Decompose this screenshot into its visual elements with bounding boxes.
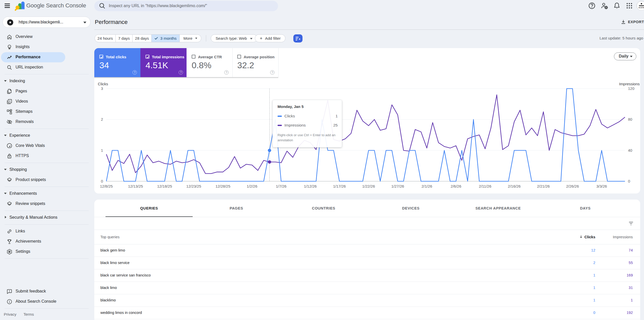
sidebar-divider (5, 211, 89, 211)
sidebar-item-videos[interactable]: Videos (1, 96, 65, 107)
sidebar-item-performance[interactable]: Performance (1, 52, 65, 62)
sidebar-item-url-inspection[interactable]: URL inspection (1, 62, 65, 73)
date-range-7-days[interactable]: 7 days (116, 35, 133, 42)
tooltip-row-label: Impressions (284, 123, 306, 128)
sidebar-item-label: Pages (16, 89, 27, 93)
checkbox-checked[interactable] (99, 55, 103, 59)
date-range-3-months[interactable]: 3 months (152, 35, 180, 42)
chevron-down-icon (250, 38, 253, 39)
footer-link-privacy[interactable]: Privacy (4, 312, 16, 316)
tooltip-row-label: Clicks (284, 114, 295, 118)
svg-text:0: 0 (628, 179, 630, 183)
date-range-28-days[interactable]: 28 days (133, 35, 152, 42)
footer-link-terms[interactable]: Terms (23, 312, 34, 316)
sidebar-item-submit-feedback[interactable]: Submit feedback (1, 286, 65, 297)
url-inspect-searchbar[interactable]: Inspect any URL in "https://www.blackgem… (94, 1, 278, 11)
impressions-cell: 31 (629, 286, 633, 290)
x-tick-label: 1/2/26 (247, 184, 257, 188)
x-tick-label: 12/8/25 (100, 184, 113, 188)
checkbox-unchecked[interactable] (237, 55, 241, 59)
sidebar-item-insights[interactable]: Insights (1, 42, 65, 52)
sidebar-item-about-search-console[interactable]: About Search Console (1, 297, 65, 307)
triangle-down-icon (4, 169, 7, 170)
granularity-label: Daily (619, 54, 628, 59)
tab-days[interactable]: DAYS (542, 200, 629, 217)
date-range-24-hours[interactable]: 24 hours (95, 35, 116, 42)
filter-settings-button[interactable] (293, 34, 303, 43)
help-circle-icon: ? (133, 70, 137, 75)
tab-queries[interactable]: QUERIES (106, 200, 193, 217)
checkbox-unchecked[interactable] (192, 55, 195, 59)
sidebar-divider (5, 74, 89, 74)
metric-card-total-impressions[interactable]: Total impressions4.51K? (140, 48, 187, 77)
x-tick-label: 12/28/25 (215, 184, 230, 188)
sidebar-item-review-snippets[interactable]: Review snippets (1, 199, 65, 209)
sidebar-item-removals[interactable]: Removals (1, 117, 65, 127)
table-row[interactable]: black limo service255 (94, 257, 640, 269)
sidebar-item-label: Product snippets (16, 177, 46, 182)
x-tick-label: 1/12/26 (304, 184, 317, 188)
impressions-line (106, 95, 625, 173)
table-row[interactable]: black gem limo1274 (94, 244, 640, 257)
sidebar-section-shopping[interactable]: Shopping (0, 165, 91, 175)
granularity-button[interactable]: Daily (614, 52, 636, 60)
sidebar-item-label: Sitemaps (16, 109, 33, 114)
checkbox-checked[interactable] (146, 55, 149, 59)
tab-pages[interactable]: PAGES (193, 200, 280, 217)
clicks-cell: 1 (593, 298, 595, 302)
sidebar-item-achievements[interactable]: Achievements (1, 236, 65, 247)
performance-chart[interactable]: 01230408012012/8/2512/13/2512/18/2512/23… (94, 77, 640, 193)
add-filter-chip[interactable]: +Add filter (255, 34, 285, 42)
avatar[interactable]: KGEM (636, 1, 644, 10)
clicks-cell: 1 (593, 273, 595, 277)
sidebar-item-sitemaps[interactable]: Sitemaps (1, 107, 65, 117)
search-placeholder: Inspect any URL in "https://www.blackgem… (109, 3, 207, 8)
search-type-chip[interactable]: Search type: Web (211, 34, 257, 42)
sidebar-item-pages[interactable]: Pages (1, 86, 65, 96)
help-icon[interactable] (588, 2, 597, 11)
metric-card-average-position[interactable]: Average position32.2? (232, 48, 278, 77)
tab-countries[interactable]: COUNTRIES (280, 200, 367, 217)
tab-devices[interactable]: DEVICES (367, 200, 454, 217)
sidebar-item-overview[interactable]: Overview (1, 32, 65, 42)
page: Google Search Console Inspect any URL in… (0, 0, 644, 320)
property-label: https://www.blackgemli... (19, 20, 63, 24)
sidebar-item-settings[interactable]: Settings (1, 247, 65, 257)
last-update-text: Last update: 5 hours ago (600, 36, 643, 40)
sidebar-item-product-snippets[interactable]: Product snippets (1, 175, 65, 185)
clicks-highlight-dot (268, 149, 271, 152)
sidebar-section-security-manual-actions[interactable]: Security & Manual Actions (0, 213, 91, 223)
sidebar-section-experience[interactable]: Experience (0, 131, 91, 141)
sidebar-section-indexing[interactable]: Indexing (0, 76, 91, 86)
sidebar-item-links[interactable]: Links (1, 226, 65, 236)
table-row[interactable]: blacklimo11 (94, 294, 640, 307)
svg-text:0: 0 (101, 179, 103, 183)
property-selector[interactable]: https://www.blackgemli... (3, 17, 90, 28)
tab-search-appearance[interactable]: SEARCH APPEARANCE (454, 200, 542, 217)
query-cell: black car service san francisco (100, 273, 151, 277)
sidebar-section-enhancements[interactable]: Enhancements (0, 189, 91, 199)
sidebar-item-https[interactable]: HTTPS (1, 151, 65, 161)
metric-card-total-clicks[interactable]: Total clicks34? (94, 48, 140, 77)
apps-grid-icon[interactable] (625, 2, 635, 11)
date-range-more[interactable]: More (180, 35, 201, 42)
column-clicks[interactable]: Clicks (584, 235, 595, 239)
metric-card-value: 34 (99, 60, 109, 70)
insights-icon (6, 44, 12, 50)
filter-list-icon[interactable] (628, 220, 634, 226)
table-row[interactable]: black limo131 (94, 282, 640, 294)
column-impressions[interactable]: Impressions (613, 235, 633, 239)
sidebar: https://www.blackgemli... OverviewInsigh… (0, 16, 94, 320)
sidebar-item-label: Performance (16, 55, 41, 59)
sidebar-item-label: Achievements (16, 239, 41, 244)
export-button[interactable]: EXPORT (620, 19, 644, 26)
notifications-bell-icon[interactable] (613, 2, 622, 11)
metric-card-average-ctr[interactable]: Average CTR0.8%? (187, 48, 232, 77)
hamburger-menu-icon[interactable] (3, 1, 15, 10)
sidebar-item-core-web-vitals[interactable]: Core Web Vitals (1, 141, 65, 151)
table-row[interactable]: black car service san francisco1169 (94, 269, 640, 282)
sidebar-item-label: URL inspection (16, 65, 43, 69)
user-settings-icon[interactable] (600, 2, 610, 11)
table-row[interactable]: wedding limos in concord0192 (94, 307, 640, 319)
svg-text:KGEM: KGEM (639, 7, 644, 9)
